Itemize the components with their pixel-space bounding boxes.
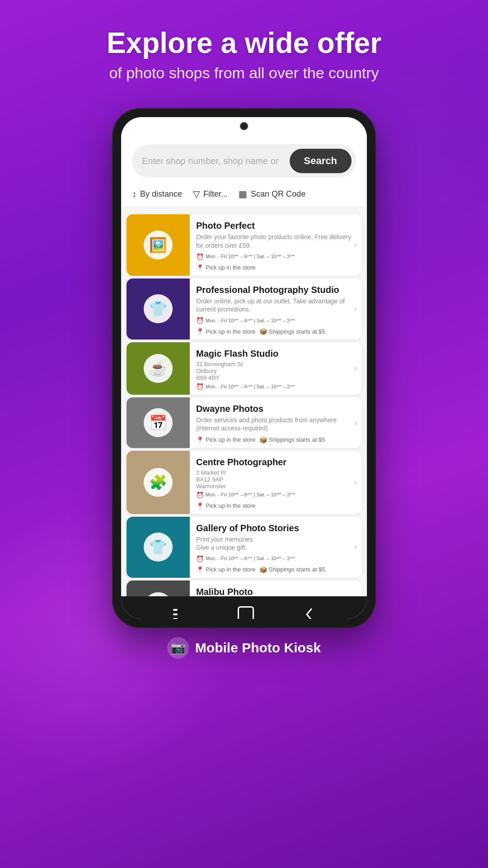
shop-tags: ⏰Mon. - Fri 10ᵃᵐ – 6ᵖᵐ | Sat. – 10ᵃᵐ – 2… [196,555,357,573]
thumb-icon: ☕ [144,354,173,383]
shop-tag: 📍Pick up in the store [196,502,256,509]
shop-hours: ⏰Mon. - Fri 10ᵃᵐ – 6ᵖᵐ | Sat. – 10ᵃᵐ – 2… [196,555,295,562]
chevron-icon: › [354,239,357,251]
sort-label: By distance [140,189,182,199]
filter-button[interactable]: ▽ Filter... [193,189,228,199]
shop-card[interactable]: 🧩 Centre Photographer 2 Market PlBA12 9A… [127,451,361,514]
nav-home-icon[interactable] [238,606,254,619]
thumb-icon: 🖼️ [144,231,173,259]
shop-tags: ⏰Mon. - Fri 10ᵃᵐ – 6ᵖᵐ | Sat. – 10ᵃᵐ – 2… [196,383,357,390]
shop-tag: 📦Shippings starts at $5 [259,436,325,443]
camera-bar [121,117,367,135]
shop-thumbnail: 🧩 [127,451,190,514]
shop-tags: 📍Pick up in the store📦Shippings starts a… [196,436,357,443]
sort-by-distance[interactable]: ↕ By distance [132,189,182,199]
search-input[interactable]: Enter shop number, shop name or [142,156,285,166]
shop-info: Dwayne Photos Order services and photo p… [190,397,361,448]
thumb-icon: 📅 [144,408,173,437]
chevron-icon: › [354,541,357,553]
thumb-icon: 👕 [144,533,173,561]
phone-nav-bar [121,596,367,619]
shop-card[interactable]: 🖼️ Photo Perfect Order your favorite pho… [127,214,361,275]
search-button[interactable]: Search [290,149,352,173]
footer-logo-icon: 📷 [167,637,189,659]
sort-icon: ↕ [132,189,136,199]
shop-name: Centre Photographer [196,457,357,467]
search-section: Enter shop number, shop name or Search [121,135,367,184]
filter-row: ↕ By distance ▽ Filter... ▦ Scan QR Code [121,184,367,207]
page-subtitle: of photo shops from all over the country [18,64,470,82]
shop-thumbnail: 👕 [127,517,190,578]
header-section: Explore a wide offer of photo shops from… [0,0,488,100]
chevron-icon: › [354,417,357,429]
shop-card[interactable]: ☕ Magic Flash Studio 31 Birmingham StOld… [127,342,361,395]
svg-rect-1 [173,613,178,615]
shop-address: 2 Market PlBA12 9APWarminster [196,469,357,490]
shop-name: Magic Flash Studio [196,349,357,359]
shop-desc: Order online, pick up at our outlet. Tak… [196,297,357,313]
filter-icon: ▽ [193,189,200,199]
shop-hours: ⏰Mon. - Fri 10ᵃᵐ – 6ᵖᵐ | Sat. – 10ᵃᵐ – 2… [196,491,295,499]
shop-thumbnail: 🖼️ [127,214,190,275]
scan-label: Scan QR Code [251,189,305,199]
qr-icon: ▦ [239,189,247,199]
filter-label: Filter... [203,189,228,199]
footer-brand: Mobile Photo Kiosk [195,640,321,656]
shop-card[interactable]: 📅 Dwayne Photos Order services and photo… [127,397,361,448]
shop-tag: 📍Pick up in the store [196,566,256,573]
shop-thumbnail: 📅 [127,397,190,448]
svg-rect-2 [173,618,178,619]
svg-rect-0 [173,609,178,611]
shop-desc: Order services and photo products from a… [196,416,357,432]
shop-address: 31 Birmingham StOldburyB69 4DY [196,361,357,381]
shop-name: Malibu Photo [196,587,357,597]
shop-name: Gallery of Photo Stories [196,523,357,533]
shop-hours: ⏰Mon. - Fri 10ᵃᵐ – 6ᵖᵐ | Sat. – 10ᵃᵐ – 2… [196,383,295,390]
nav-menu-icon[interactable] [173,609,188,619]
shop-name: Dwayne Photos [196,404,357,414]
shop-info: Professional Photography Studio Order on… [190,278,361,340]
shop-tag: 📦Shippings starts at $5 [259,328,325,335]
shop-info: Photo Perfect Order your favorite photo … [190,214,361,275]
camera-dot [240,122,248,130]
shop-tag: 📍Pick up in the store [196,264,256,271]
shop-name: Photo Perfect [196,221,357,231]
search-bar[interactable]: Enter shop number, shop name or Search [132,144,356,178]
nav-back-icon[interactable] [304,607,315,619]
shop-hours: ⏰Mon. - Fri 10ᵃᵐ – 6ᵖᵐ | Sat. – 10ᵃᵐ – 2… [196,317,295,324]
scan-qr-button[interactable]: ▦ Scan QR Code [239,189,305,199]
chevron-icon: › [354,476,357,488]
chevron-icon: › [354,363,357,374]
shop-tags: ⏰Mon. - Fri 10ᵃᵐ – 6ᵖᵐ | Sat. – 10ᵃᵐ – 2… [196,491,357,509]
shop-card[interactable]: ☕ Malibu Photo 117 Ferry RdWirral, Merse… [127,580,361,597]
phone-screen: Enter shop number, shop name or Search ↕… [121,117,367,619]
shop-tag: 📍Pick up in the store [196,328,256,335]
shop-card[interactable]: 👕 Professional Photography Studio Order … [127,278,361,340]
shop-thumbnail: ☕ [127,580,190,597]
shop-hours: ⏰Mon. - Fri 10ᵃᵐ – 6ᵖᵐ | Sat. – 10ᵃᵐ – 2… [196,253,295,260]
shop-info: Centre Photographer 2 Market PlBA12 9APW… [190,451,361,514]
phone-content: Enter shop number, shop name or Search ↕… [121,135,367,596]
phone-mockup: Enter shop number, shop name or Search ↕… [0,109,488,627]
shop-thumbnail: 👕 [127,278,190,340]
thumb-icon: 👕 [144,294,173,323]
shop-info: Malibu Photo 117 Ferry RdWirral, Merseys… [190,580,361,597]
thumb-icon: 🧩 [144,468,173,497]
shop-name: Professional Photography Studio [196,285,357,295]
shop-info: Magic Flash Studio 31 Birmingham StOldbu… [190,342,361,395]
page-title: Explore a wide offer [18,27,470,59]
shop-desc: Order your favorite photo products onlin… [196,233,357,249]
shop-desc: Print your memories.Give a unique gift. [196,535,357,552]
shop-thumbnail: ☕ [127,342,190,395]
footer: 📷 Mobile Photo Kiosk [0,627,488,666]
shop-tags: ⏰Mon. - Fri 10ᵃᵐ – 6ᵖᵐ | Sat. – 10ᵃᵐ – 2… [196,317,357,335]
shop-card[interactable]: 👕 Gallery of Photo Stories Print your me… [127,517,361,578]
shop-tag: 📦Shippings starts at $5 [259,566,325,573]
shop-tag: 📍Pick up in the store [196,436,256,443]
chevron-icon: › [354,303,357,315]
shop-info: Gallery of Photo Stories Print your memo… [190,517,361,578]
shop-tags: ⏰Mon. - Fri 10ᵃᵐ – 6ᵖᵐ | Sat. – 10ᵃᵐ – 2… [196,253,357,271]
shop-list: 🖼️ Photo Perfect Order your favorite pho… [121,207,367,596]
phone-outer: Enter shop number, shop name or Search ↕… [113,109,375,627]
